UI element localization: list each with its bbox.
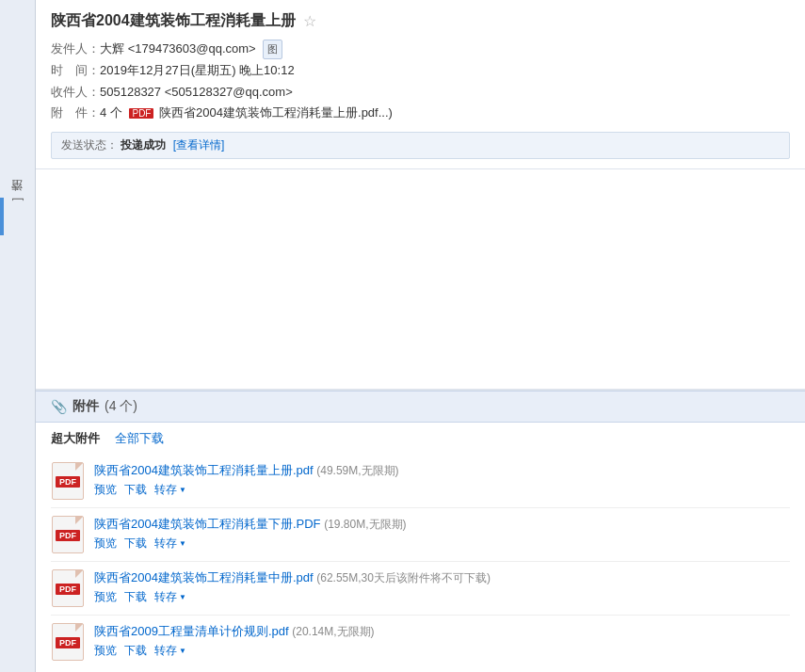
preview-link-2[interactable]: 预览 <box>94 589 117 605</box>
sidebar-blue-accent <box>0 198 4 235</box>
attachment-count: 4 个 <box>100 105 122 120</box>
file-name-link-3[interactable]: 陕西省2009工程量清单计价规则.pdf <box>94 624 289 638</box>
email-header: 陕西省2004建筑装饰工程消耗量上册 ☆ 发件人： 大辉 <179473603@… <box>36 0 805 169</box>
attachment-item: PDF 陕西省2004建筑装饰工程消耗量下册.PDF (19.80M,无限期) … <box>51 508 790 562</box>
attachment-list: PDF 陕西省2004建筑装饰工程消耗量上册.pdf (49.59M,无限期) … <box>36 451 805 672</box>
attachment-info-3: 陕西省2009工程量清单计价规则.pdf (20.14M,无限期) 预览 下载 … <box>94 623 790 659</box>
attachment-item: PDF 陕西省2004建筑装饰工程消耗量中册.pdf (62.55M,30天后该… <box>51 562 790 616</box>
pdf-icon-shape-3: PDF <box>52 623 84 661</box>
attachment-section: 📎 附件 (4 个) 超大附件 全部下载 PDF <box>36 389 805 672</box>
preview-link-3[interactable]: 预览 <box>94 643 117 659</box>
file-size-3: (20.14M,无限期) <box>292 625 374 638</box>
attachment-meta-value: 4 个 PDF 陕西省2004建筑装饰工程消耗量上册.pdf...) <box>100 103 790 124</box>
attachment-actions-3: 预览 下载 转存 <box>94 643 790 659</box>
attachment-actions-2: 预览 下载 转存 <box>94 589 790 605</box>
super-large-label: 超大附件 <box>51 430 100 447</box>
pdf-icon-shape-2: PDF <box>52 569 84 607</box>
paperclip-icon: 📎 <box>51 399 67 414</box>
download-link-3[interactable]: 下载 <box>124 643 147 659</box>
pdf-label-1: PDF <box>56 530 80 541</box>
sidebar-empty-label: 清空] <box>9 198 25 200</box>
status-bar: 发送状态： 投递成功 [查看详情] <box>51 132 790 159</box>
attachment-actions-0: 预览 下载 转存 <box>94 482 790 498</box>
pdf-file-icon-0: PDF <box>51 462 85 500</box>
from-label: 发件人： <box>51 39 100 60</box>
save-link-2[interactable]: 转存 <box>154 589 186 605</box>
attachment-info-1: 陕西省2004建筑装饰工程消耗量下册.PDF (19.80M,无限期) 预览 下… <box>94 516 790 552</box>
content-area: 陕西省2004建筑装饰工程消耗量上册 ☆ 发件人： 大辉 <179473603@… <box>36 0 805 672</box>
meta-time-row: 时 间： 2019年12月27日(星期五) 晚上10:12 <box>51 60 790 82</box>
status-value: 投递成功 <box>121 138 166 152</box>
file-size-2: (62.55M,30天后该附件将不可下载) <box>316 571 491 584</box>
attachment-section-title: 附件 <box>72 398 99 415</box>
status-detail-link[interactable]: [查看详情] <box>173 138 225 152</box>
main-container: 清空] 陕西省2004建筑装饰工程消耗量上册 ☆ 发件人： 大辉 <179473… <box>0 0 805 672</box>
attachment-item: PDF 陕西省2009工程量清单计价规则.pdf (20.14M,无限期) 预览… <box>51 616 790 668</box>
pdf-icon-shape-0: PDF <box>52 462 84 500</box>
file-name-link-1[interactable]: 陕西省2004建筑装饰工程消耗量下册.PDF <box>94 517 321 531</box>
sender-email: <179473603@qq.com> <box>128 41 256 56</box>
meta-from-row: 发件人： 大辉 <179473603@qq.com> 图 <box>51 39 790 60</box>
meta-attachment-row: 附 件： 4 个 PDF 陕西省2004建筑装饰工程消耗量上册.pdf...) <box>51 103 790 124</box>
status-label: 发送状态： <box>61 138 118 152</box>
file-name-link-0[interactable]: 陕西省2004建筑装饰工程消耗量上册.pdf <box>94 463 314 477</box>
meta-recipient-row: 收件人： 505128327 <505128327@qq.com> <box>51 82 790 104</box>
attachment-name-2: 陕西省2004建筑装饰工程消耗量中册.pdf (62.55M,30天后该附件将不… <box>94 569 790 586</box>
attachment-label: 附 件： <box>51 103 100 124</box>
preview-link-1[interactable]: 预览 <box>94 536 117 552</box>
pdf-label-2: PDF <box>56 584 80 595</box>
attachment-item: PDF 陕西省2004建筑装饰工程消耗量上册.pdf (49.59M,无限期) … <box>51 455 790 508</box>
star-icon[interactable]: ☆ <box>303 12 316 30</box>
sender-name[interactable]: 大辉 <box>100 41 124 56</box>
download-link-1[interactable]: 下载 <box>124 536 147 552</box>
title-row: 陕西省2004建筑装饰工程消耗量上册 ☆ <box>51 11 790 31</box>
download-all-button[interactable]: 全部下载 <box>115 430 164 447</box>
attachment-count-label: (4 个) <box>105 398 137 415</box>
download-link-2[interactable]: 下载 <box>124 589 147 605</box>
attachment-name-0: 陕西省2004建筑装饰工程消耗量上册.pdf (49.59M,无限期) <box>94 462 790 479</box>
file-size-0: (49.59M,无限期) <box>316 464 398 477</box>
recipient-label: 收件人： <box>51 82 100 104</box>
attachment-info-2: 陕西省2004建筑装饰工程消耗量中册.pdf (62.55M,30天后该附件将不… <box>94 569 790 605</box>
save-link-0[interactable]: 转存 <box>154 482 186 498</box>
attachment-subheader: 超大附件 全部下载 <box>36 423 805 451</box>
attachment-name-1: 陕西省2004建筑装饰工程消耗量下册.PDF (19.80M,无限期) <box>94 516 790 533</box>
pdf-label-3: PDF <box>56 637 80 648</box>
download-link-0[interactable]: 下载 <box>124 482 147 498</box>
file-name-link-2[interactable]: 陕西省2004建筑装饰工程消耗量中册.pdf <box>94 570 314 584</box>
from-value: 大辉 <179473603@qq.com> 图 <box>100 39 790 60</box>
email-body <box>36 169 805 389</box>
attachment-file-name: 陕西省2004建筑装饰工程消耗量上册.pdf...) <box>159 105 393 120</box>
time-value: 2019年12月27日(星期五) 晚上10:12 <box>100 60 790 82</box>
pdf-badge: PDF <box>129 108 153 119</box>
email-title: 陕西省2004建筑装饰工程消耗量上册 <box>51 11 296 31</box>
pdf-file-icon-3: PDF <box>51 623 85 661</box>
sender-icon-btn[interactable]: 图 <box>263 40 282 59</box>
pdf-file-icon-1: PDF <box>51 516 85 553</box>
pdf-label-0: PDF <box>56 476 80 488</box>
file-size-1: (19.80M,无限期) <box>324 518 406 531</box>
attachment-info-0: 陕西省2004建筑装饰工程消耗量上册.pdf (49.59M,无限期) 预览 下… <box>94 462 790 498</box>
attachment-actions-1: 预览 下载 转存 <box>94 536 790 552</box>
pdf-icon-shape-1: PDF <box>52 516 84 553</box>
sidebar: 清空] <box>0 0 36 672</box>
time-label: 时 间： <box>51 60 100 82</box>
pdf-file-icon-2: PDF <box>51 569 85 607</box>
recipient-value: 505128327 <505128327@qq.com> <box>100 82 790 104</box>
attachment-name-3: 陕西省2009工程量清单计价规则.pdf (20.14M,无限期) <box>94 623 790 640</box>
attachment-section-header: 📎 附件 (4 个) <box>36 391 805 423</box>
save-link-3[interactable]: 转存 <box>154 643 186 659</box>
attachment-pdf-icon: PDF <box>129 105 159 120</box>
preview-link-0[interactable]: 预览 <box>94 482 117 498</box>
save-link-1[interactable]: 转存 <box>154 536 186 552</box>
